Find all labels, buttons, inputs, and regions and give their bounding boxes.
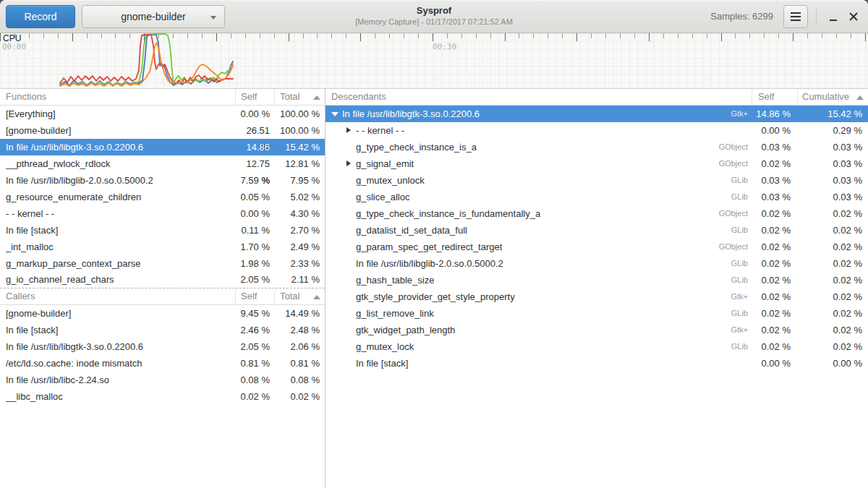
table-row[interactable]: g_io_channel_read_chars2.05 %2.11 % [0,272,325,288]
table-row[interactable]: g_datalist_id_set_data_fullGLib0.02 %0.0… [326,222,868,239]
self-percent: 0.02 % [752,322,798,338]
table-row[interactable]: In file /usr/lib/libgtk-3.so.0.2200.6Gtk… [326,106,868,122]
titlebar-separator [816,8,817,25]
table-row[interactable]: In file [stack]0.11 %2.70 % [0,222,325,239]
table-row[interactable]: In file /usr/lib/libgtk-3.so.0.2200.62.0… [0,338,325,355]
column-header-callers[interactable]: Callers [0,288,236,304]
minimize-icon [830,20,837,21]
column-header-self[interactable]: Self [236,288,275,304]
self-percent: 0.02 % [752,305,798,322]
process-selector-dropdown[interactable]: gnome-builder [82,5,225,28]
table-row[interactable]: g_mutex_lockGLib0.02 %0.02 % [326,338,868,355]
library-badge: GLib [731,255,752,272]
self-percent: 0.02 % [752,272,798,288]
column-header-cumulative[interactable]: Cumulative [798,89,868,105]
column-header-total[interactable]: Total [275,288,325,304]
function-name: /etc/ld.so.cache: inode mismatch [6,355,142,372]
table-row[interactable]: g_list_remove_linkGLib0.02 %0.02 % [326,305,868,322]
self-percent: 0.02 % [752,155,798,172]
cumulative-percent: 0.00 % [798,355,868,372]
function-name-cell: g_signal_emitGObject [326,155,752,172]
expander-open-icon[interactable] [331,111,339,118]
self-percent: 0.02 % [752,222,798,239]
expander-closed-icon[interactable] [345,160,352,168]
function-name-cell: In file /usr/lib/libglib-2.0.so.0.5000.2… [326,255,752,272]
table-row[interactable]: In file [stack]0.00 %0.00 % [326,355,868,372]
self-percent: 0.00 % [752,355,798,372]
self-percent: 0.05 % [236,189,275,205]
table-row[interactable]: g_resource_enumerate_children0.05 %5.02 … [0,189,325,205]
table-row[interactable]: g_markup_parse_context_parse1.98 %2.33 % [0,255,325,272]
self-percent: 2.05 % [236,338,275,355]
table-row[interactable]: _int_malloc1.70 %2.49 % [0,239,325,255]
function-name: [Everything] [6,106,56,122]
menu-button[interactable] [783,5,808,28]
function-name: In file /usr/lib/libgtk-3.so.0.2200.6 [342,106,480,122]
minimize-button[interactable] [823,7,843,27]
total-percent: 100.00 % [275,106,325,122]
table-row[interactable]: g_hash_table_sizeGLib0.02 %0.02 % [326,272,868,288]
right-pane: Descendants Self Cumulative In file /usr… [326,89,868,488]
total-percent: 2.48 % [275,322,325,338]
left-pane: Functions Self Total [Everything]0.00 %1… [0,89,326,488]
descendants-table-header: Descendants Self Cumulative [326,89,868,106]
table-row[interactable]: g_type_check_instance_is_fundamentally_a… [326,205,868,222]
library-badge: Gtk+ [731,106,752,122]
table-row[interactable]: g_slice_allocGLib0.03 %0.03 % [326,189,868,205]
column-header-self[interactable]: Self [752,89,798,105]
sysprof-window: Record gnome-builder Sysprof [Memory Cap… [0,0,868,488]
table-row[interactable]: In file /usr/lib/libc-2.24.so0.08 %0.08 … [0,372,325,388]
table-row[interactable]: In file /usr/lib/libgtk-3.so.0.2200.614.… [0,139,325,155]
expander-spacer [345,194,352,201]
table-row[interactable]: In file /usr/lib/libglib-2.0.so.0.5000.2… [326,255,868,272]
cpu-usage-graph[interactable]: CPU 00:00 00:30 [0,33,868,89]
table-row[interactable]: [gnome-builder]26.51 %100.00 % [0,122,325,139]
record-button[interactable]: Record [6,5,75,28]
column-header-self[interactable]: Self [236,89,275,105]
column-header-total[interactable]: Total [275,89,325,105]
column-header-functions[interactable]: Functions [0,89,236,105]
self-percent: 0.00 % [236,205,275,222]
total-percent: 0.08 % [275,372,325,388]
table-row[interactable]: g_type_check_instance_is_aGObject0.03 %0… [326,139,868,155]
library-badge: Gtk+ [731,322,752,338]
total-percent: 5.02 % [275,189,325,205]
cumulative-percent: 0.02 % [798,322,868,338]
function-name: g_list_remove_link [356,305,434,322]
cumulative-percent: 0.03 % [798,139,868,155]
expander-spacer [345,294,352,301]
table-row[interactable]: - - kernel - -0.00 %0.29 % [326,122,868,139]
table-row[interactable]: __libc_malloc0.02 %0.02 % [0,388,325,405]
function-name-cell: In file /usr/lib/libglib-2.0.so.0.5000.2 [0,172,236,189]
cumulative-percent: 0.02 % [798,288,868,305]
table-row[interactable]: - - kernel - -0.00 %4.30 % [0,205,325,222]
function-name: In file /usr/lib/libgtk-3.so.0.2200.6 [6,338,143,355]
functions-rows: [Everything]0.00 %100.00 %[gnome-builder… [0,106,325,288]
table-row[interactable]: __pthread_rwlock_rdlock12.75 %12.81 % [0,155,325,172]
self-percent: 26.51 % [236,122,275,139]
self-percent: 0.02 % [752,288,798,305]
table-row[interactable]: [Everything]0.00 %100.00 % [0,106,325,122]
table-row[interactable]: In file [stack]2.46 %2.48 % [0,322,325,338]
close-button[interactable] [843,7,864,27]
expander-closed-icon[interactable] [345,127,352,134]
table-row[interactable]: g_mutex_unlockGLib0.03 %0.03 % [326,172,868,189]
total-percent: 2.06 % [275,338,325,355]
function-name: In file /usr/lib/libgtk-3.so.0.2200.6 [6,139,143,155]
function-name: g_signal_emit [356,155,414,172]
table-row[interactable]: g_signal_emitGObject0.02 %0.03 % [326,155,868,172]
function-name: g_type_check_instance_is_a [356,139,477,155]
table-row[interactable]: g_param_spec_get_redirect_targetGObject0… [326,239,868,255]
column-header-descendants[interactable]: Descendants [326,89,752,105]
table-row[interactable]: In file /usr/lib/libglib-2.0.so.0.5000.2… [0,172,325,189]
self-percent: 0.02 % [236,388,275,405]
functions-table-header: Functions Self Total [0,89,325,106]
table-row[interactable]: /etc/ld.so.cache: inode mismatch0.81 %0.… [0,355,325,372]
self-percent: 0.02 % [752,255,798,272]
table-row[interactable]: gtk_style_provider_get_style_propertyGtk… [326,288,868,305]
self-percent: 0.02 % [752,338,798,355]
total-percent: 2.49 % [275,239,325,255]
table-row[interactable]: [gnome-builder]9.45 %14.49 % [0,305,325,322]
table-row[interactable]: gtk_widget_path_lengthGtk+0.02 %0.02 % [326,322,868,338]
function-name-cell: [gnome-builder] [0,122,236,139]
